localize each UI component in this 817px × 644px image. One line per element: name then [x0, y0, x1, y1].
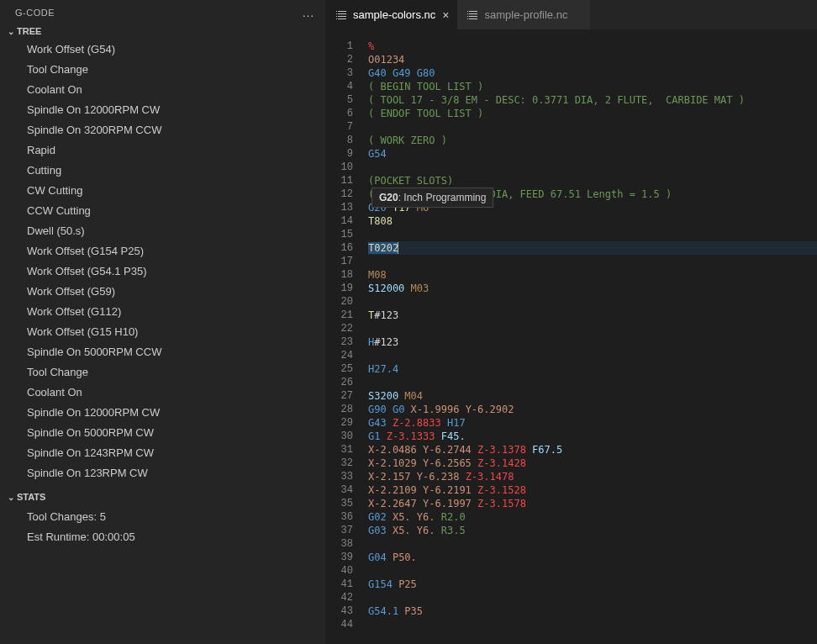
code-line[interactable]: X-2.157 Y-6.238 Z-3.1478 — [368, 470, 817, 483]
code-line[interactable]: G03 X5. Y6. R3.5 — [368, 524, 817, 537]
tree-item[interactable]: Spindle On 12000RPM CW — [0, 100, 325, 120]
chevron-down-icon: ⌄ — [5, 493, 17, 502]
code-line[interactable]: T0202 — [368, 241, 817, 255]
tree-item[interactable]: Work Offset (G112) — [0, 302, 325, 322]
code-line[interactable]: H#123 — [368, 335, 817, 349]
tree-item[interactable]: CCW Cutting — [0, 201, 325, 221]
tooltip-code: G20 — [379, 192, 398, 203]
code-line[interactable]: T808 — [368, 214, 817, 228]
code-line[interactable] — [368, 228, 817, 241]
stats-item: Est Runtime: 00:00:05 — [0, 527, 325, 547]
code-area[interactable]: 1234567891011121314151617181920212223242… — [326, 29, 817, 644]
code-line[interactable]: ( ENDOF TOOL LIST ) — [368, 107, 817, 120]
tree-item[interactable]: Spindle On 123RPM CW — [0, 463, 325, 483]
tree-item[interactable]: Spindle On 5000RPM CCW — [0, 342, 325, 362]
code-line[interactable]: S3200 M04 — [368, 389, 817, 403]
code-line[interactable]: X-2.0486 Y-6.2744 Z-3.1378 F67.5 — [368, 443, 817, 457]
file-icon — [466, 8, 479, 22]
stats-item: Tool Changes: 5 — [0, 507, 325, 527]
code-line[interactable]: O01234 — [368, 53, 817, 66]
sidebar-more-icon[interactable]: … — [302, 5, 315, 19]
text-cursor — [398, 242, 398, 254]
code-line[interactable]: G154 P25 — [368, 578, 817, 591]
code-line[interactable]: ( TOOL 17 - 3/8 EM - DESC: 0.3771 DIA, 2… — [368, 93, 817, 107]
tree-item[interactable]: Spindle On 5000RPM CW — [0, 423, 325, 443]
tree-item[interactable]: Coolant On — [0, 383, 325, 403]
code-line[interactable] — [368, 618, 817, 631]
code-line[interactable]: X-2.1029 Y-6.2565 Z-3.1428 — [368, 457, 817, 470]
code-line[interactable] — [368, 322, 817, 335]
code-line[interactable]: T#123 — [368, 309, 817, 322]
code-line[interactable] — [368, 564, 817, 578]
editor-tab[interactable]: sample-colors.nc× — [326, 0, 457, 29]
code-line[interactable]: S12000 M03 — [368, 282, 817, 295]
tree-item[interactable]: CW Cutting — [0, 181, 325, 201]
code-line[interactable]: G04 P50. — [368, 551, 817, 564]
sidebar-header: G-CODE … — [0, 0, 325, 23]
close-icon[interactable]: × — [442, 8, 449, 22]
sidebar: G-CODE … ⌄ TREE Work Offset (G54)Tool Ch… — [0, 0, 326, 644]
code-line[interactable] — [368, 255, 817, 268]
tab-bar: sample-colors.nc×sample-profile.nc× — [326, 0, 817, 29]
tree-item[interactable]: Spindle On 3200RPM CCW — [0, 120, 325, 140]
code-line[interactable]: G43 Z-2.8833 H17 — [368, 416, 817, 430]
tree-item[interactable]: Work Offset (G154 P25) — [0, 241, 325, 261]
code-body[interactable]: G20: Inch Programming %O01234G40 G49 G80… — [368, 40, 817, 644]
code-line[interactable]: G90 G0 X-1.9996 Y-6.2902 — [368, 403, 817, 416]
tree-item[interactable]: Work Offset (G59) — [0, 282, 325, 302]
tree-item[interactable]: Tool Change — [0, 362, 325, 383]
code-line[interactable]: G54.1 P35 — [368, 604, 817, 618]
tree-item[interactable]: Rapid — [0, 140, 325, 161]
tree-item[interactable]: Spindle On 1243RPM CW — [0, 443, 325, 463]
tab-label: sample-colors.nc — [353, 8, 435, 21]
section-title: TREE — [17, 26, 41, 36]
code-line[interactable]: % — [368, 40, 817, 53]
section-header-stats[interactable]: ⌄ STATS — [0, 488, 325, 505]
code-line[interactable]: G54 — [368, 147, 817, 161]
code-line[interactable]: X-2.2647 Y-6.1997 Z-3.1578 — [368, 497, 817, 510]
code-line[interactable]: G40 G49 G80 — [368, 66, 817, 80]
code-line[interactable] — [368, 349, 817, 362]
section-title: STATS — [17, 492, 45, 502]
line-gutter: 1234567891011121314151617181920212223242… — [326, 40, 368, 644]
sidebar-title: G-CODE — [15, 8, 55, 18]
tree-item[interactable]: Dwell (50.s) — [0, 221, 325, 241]
section-header-tree[interactable]: ⌄ TREE — [0, 23, 325, 40]
code-line[interactable]: X-2.2109 Y-6.2191 Z-3.1528 — [368, 483, 817, 497]
editor-tab[interactable]: sample-profile.nc× — [457, 0, 589, 29]
code-line[interactable] — [368, 120, 817, 134]
code-line[interactable]: M08 — [368, 268, 817, 282]
tree-item[interactable]: Cutting — [0, 161, 325, 181]
code-line[interactable]: ( BEGIN TOOL LIST ) — [368, 80, 817, 93]
tree-item[interactable]: Tool Change — [0, 60, 325, 80]
file-icon — [335, 8, 348, 22]
tab-label: sample-profile.nc — [484, 8, 567, 21]
code-line[interactable]: H27.4 — [368, 362, 817, 376]
editor: sample-colors.nc×sample-profile.nc× 1234… — [326, 0, 817, 644]
chevron-down-icon: ⌄ — [5, 27, 17, 36]
code-line[interactable]: ( WORK ZERO ) — [368, 134, 817, 147]
stats-list: Tool Changes: 5Est Runtime: 00:00:05 — [0, 505, 325, 547]
hover-tooltip: G20: Inch Programming — [372, 187, 493, 208]
tree-item[interactable]: Coolant On — [0, 80, 325, 100]
tree-list: Work Offset (G54)Tool ChangeCoolant OnSp… — [0, 40, 325, 488]
code-line[interactable] — [368, 161, 817, 174]
code-line[interactable]: G1 Z-3.1333 F45. — [368, 430, 817, 443]
code-line[interactable]: (POCKET SLOTS) — [368, 174, 817, 187]
tree-item[interactable]: Work Offset (G54) — [0, 40, 325, 60]
code-line[interactable] — [368, 295, 817, 309]
tree-item[interactable]: Spindle On 12000RPM CW — [0, 403, 325, 423]
tree-item[interactable]: Work Offset (G15 H10) — [0, 322, 325, 342]
tooltip-desc: Inch Programming — [403, 192, 486, 203]
code-line[interactable]: G02 X5. Y6. R2.0 — [368, 510, 817, 524]
code-line[interactable] — [368, 591, 817, 604]
code-line[interactable] — [368, 376, 817, 389]
code-line[interactable] — [368, 537, 817, 551]
tree-item[interactable]: Work Offset (G54.1 P35) — [0, 261, 325, 282]
